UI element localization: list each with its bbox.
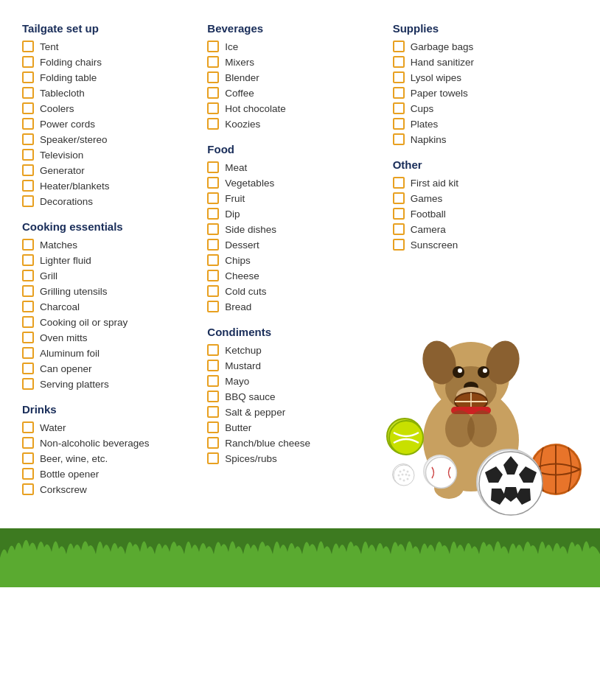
list-item[interactable]: Lysol wipes: [393, 71, 571, 83]
list-item[interactable]: Decorations: [22, 195, 200, 207]
list-item[interactable]: Charcoal: [22, 301, 200, 312]
list-item[interactable]: Football: [393, 208, 571, 220]
checkbox[interactable]: [207, 208, 219, 220]
list-item[interactable]: Cold cuts: [207, 285, 385, 297]
list-item[interactable]: Salt & pepper: [207, 406, 385, 418]
list-item[interactable]: Can opener: [22, 363, 200, 374]
checkbox[interactable]: [207, 254, 219, 266]
checkbox[interactable]: [22, 452, 34, 464]
list-item[interactable]: Heater/blankets: [22, 180, 200, 192]
list-item[interactable]: Bottle opener: [22, 468, 200, 480]
list-item[interactable]: Oven mitts: [22, 332, 200, 343]
checkbox[interactable]: [393, 133, 405, 145]
list-item[interactable]: Television: [22, 149, 200, 161]
list-item[interactable]: Tent: [22, 41, 200, 52]
list-item[interactable]: Plates: [393, 118, 571, 130]
list-item[interactable]: Napkins: [393, 133, 571, 145]
checkbox[interactable]: [207, 421, 219, 433]
checkbox[interactable]: [393, 177, 405, 189]
list-item[interactable]: Coolers: [22, 102, 200, 114]
list-item[interactable]: Garbage bags: [393, 41, 571, 52]
list-item[interactable]: Hot chocolate: [207, 102, 385, 114]
list-item[interactable]: Cheese: [207, 270, 385, 281]
checkbox[interactable]: [22, 164, 34, 176]
checkbox[interactable]: [22, 118, 34, 130]
checkbox[interactable]: [207, 192, 219, 204]
checkbox[interactable]: [22, 41, 34, 52]
checkbox[interactable]: [207, 344, 219, 356]
checkbox[interactable]: [207, 360, 219, 371]
checkbox[interactable]: [207, 87, 219, 99]
checkbox[interactable]: [207, 406, 219, 418]
checkbox[interactable]: [22, 56, 34, 68]
list-item[interactable]: Generator: [22, 164, 200, 176]
list-item[interactable]: Folding table: [22, 71, 200, 83]
checkbox[interactable]: [22, 239, 34, 251]
list-item[interactable]: BBQ sauce: [207, 391, 385, 402]
checkbox[interactable]: [393, 71, 405, 83]
checkbox[interactable]: [393, 56, 405, 68]
list-item[interactable]: Butter: [207, 421, 385, 433]
list-item[interactable]: First aid kit: [393, 177, 571, 189]
checkbox[interactable]: [393, 223, 405, 235]
checkbox[interactable]: [393, 41, 405, 52]
list-item[interactable]: Speaker/stereo: [22, 133, 200, 145]
checkbox[interactable]: [22, 363, 34, 374]
list-item[interactable]: Games: [393, 192, 571, 204]
list-item[interactable]: Koozies: [207, 118, 385, 130]
list-item[interactable]: Ranch/blue cheese: [207, 437, 385, 449]
checkbox[interactable]: [393, 239, 405, 251]
checkbox[interactable]: [22, 195, 34, 207]
checkbox[interactable]: [207, 223, 219, 235]
list-item[interactable]: Folding chairs: [22, 56, 200, 68]
checkbox[interactable]: [207, 375, 219, 387]
list-item[interactable]: Lighter fluid: [22, 254, 200, 266]
checkbox[interactable]: [22, 483, 34, 495]
checkbox[interactable]: [207, 391, 219, 402]
list-item[interactable]: Dessert: [207, 239, 385, 251]
checkbox[interactable]: [207, 270, 219, 281]
list-item[interactable]: Side dishes: [207, 223, 385, 235]
list-item[interactable]: Aluminum foil: [22, 347, 200, 359]
list-item[interactable]: Spices/rubs: [207, 452, 385, 464]
checkbox[interactable]: [22, 180, 34, 192]
checkbox[interactable]: [22, 87, 34, 99]
list-item[interactable]: Beer, wine, etc.: [22, 452, 200, 464]
list-item[interactable]: Grilling utensils: [22, 285, 200, 297]
checkbox[interactable]: [22, 133, 34, 145]
checkbox[interactable]: [207, 161, 219, 173]
checkbox[interactable]: [207, 102, 219, 114]
list-item[interactable]: Matches: [22, 239, 200, 251]
list-item[interactable]: Chips: [207, 254, 385, 266]
list-item[interactable]: Vegetables: [207, 177, 385, 189]
list-item[interactable]: Hand sanitizer: [393, 56, 571, 68]
checkbox[interactable]: [207, 41, 219, 52]
list-item[interactable]: Fruit: [207, 192, 385, 204]
checkbox[interactable]: [207, 56, 219, 68]
list-item[interactable]: Sunscreen: [393, 239, 571, 251]
list-item[interactable]: Mixers: [207, 56, 385, 68]
list-item[interactable]: Blender: [207, 71, 385, 83]
checkbox[interactable]: [207, 118, 219, 130]
checkbox[interactable]: [22, 102, 34, 114]
list-item[interactable]: Dip: [207, 208, 385, 220]
list-item[interactable]: Mayo: [207, 375, 385, 387]
list-item[interactable]: Ketchup: [207, 344, 385, 356]
list-item[interactable]: Tablecloth: [22, 87, 200, 99]
checkbox[interactable]: [393, 102, 405, 114]
list-item[interactable]: Cooking oil or spray: [22, 316, 200, 328]
checkbox[interactable]: [22, 71, 34, 83]
checkbox[interactable]: [22, 316, 34, 328]
list-item[interactable]: Camera: [393, 223, 571, 235]
checkbox[interactable]: [393, 192, 405, 204]
checkbox[interactable]: [207, 301, 219, 312]
list-item[interactable]: Water: [22, 421, 200, 433]
list-item[interactable]: Grill: [22, 270, 200, 281]
list-item[interactable]: Coffee: [207, 87, 385, 99]
checkbox[interactable]: [207, 452, 219, 464]
list-item[interactable]: Bread: [207, 301, 385, 312]
list-item[interactable]: Mustard: [207, 360, 385, 371]
checkbox[interactable]: [207, 437, 219, 449]
list-item[interactable]: Ice: [207, 41, 385, 52]
list-item[interactable]: Power cords: [22, 118, 200, 130]
